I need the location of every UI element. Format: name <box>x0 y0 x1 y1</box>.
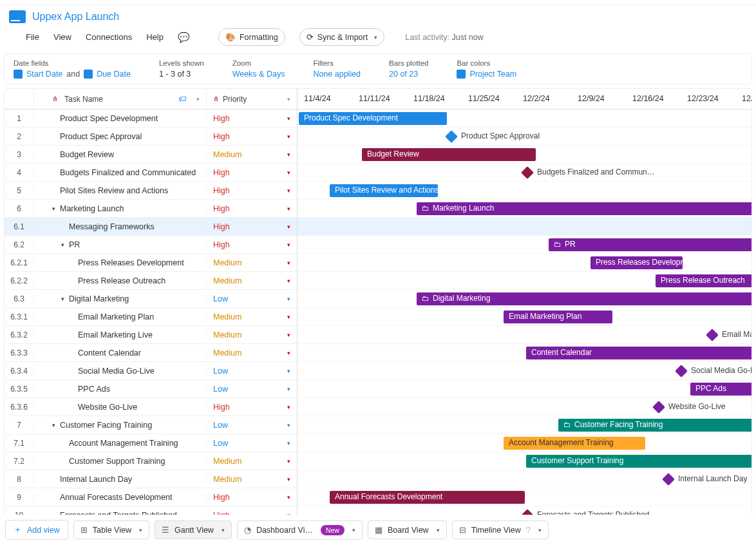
priority-cell[interactable]: High▾ <box>207 186 297 195</box>
add-view-button[interactable]: ＋ Add view <box>5 520 68 540</box>
table-row[interactable]: 7.2Customer Support TrainingMedium▾ <box>5 452 297 470</box>
filters-value[interactable]: None applied <box>313 70 361 79</box>
task-name-cell[interactable]: Email Marketing Plan <box>34 312 207 321</box>
priority-cell[interactable]: High▾ <box>207 493 297 502</box>
formatting-button[interactable]: 🎨 Formatting <box>218 28 285 46</box>
priority-cell[interactable]: Low▾ <box>207 294 297 303</box>
menu-connections[interactable]: Connections <box>86 32 132 42</box>
task-name-cell[interactable]: ▾Customer Facing Training <box>34 421 207 430</box>
expand-caret-icon[interactable]: ▾ <box>59 296 66 302</box>
chevron-down-icon[interactable]: ▾ <box>287 278 290 284</box>
table-row[interactable]: 6.1Messaging FrameworksHigh▾ <box>5 218 297 236</box>
gantt-bar[interactable]: Product Spec Development <box>299 112 447 125</box>
priority-cell[interactable]: Medium▾ <box>207 349 297 358</box>
task-name-cell[interactable]: Budget Review <box>34 150 207 159</box>
table-row[interactable]: 5Pilot Sites Review and ActionsHigh▾ <box>5 182 297 200</box>
table-row[interactable]: 6.3.2Email Marketing LiveMedium▾ <box>5 326 297 344</box>
tag-icon[interactable]: 🏷 <box>178 94 187 104</box>
chevron-down-icon[interactable]: ▾ <box>287 332 290 338</box>
priority-cell[interactable]: High▾ <box>207 222 297 231</box>
task-name-cell[interactable]: Annual Forecasts Development <box>34 493 207 502</box>
gantt-bar[interactable]: Marketing Launch <box>417 202 751 215</box>
task-name-cell[interactable]: Email Marketing Live <box>34 330 207 339</box>
task-name-cell[interactable]: ▾Digital Marketing <box>34 294 207 303</box>
gantt-bar[interactable]: Pilot Sites Review and Actions <box>330 184 438 197</box>
gantt-bar[interactable]: PPC Ads <box>690 383 751 396</box>
table-row[interactable]: 1Product Spec DevelopmentHigh▾ <box>5 110 297 128</box>
chevron-down-icon[interactable]: ▾ <box>287 115 290 122</box>
task-name-cell[interactable]: Product Spec Approval <box>34 132 207 141</box>
task-name-cell[interactable]: Budgets Finalized and Communicated <box>34 168 207 177</box>
priority-cell[interactable]: Low▾ <box>207 439 297 448</box>
chevron-down-icon[interactable]: ▾ <box>287 404 290 410</box>
task-name-cell[interactable]: Customer Support Training <box>34 457 207 466</box>
gantt-bar[interactable]: PR <box>549 238 751 251</box>
date-fields-value[interactable]: Start Date and Due Date <box>14 70 131 79</box>
chevron-down-icon[interactable]: ▾ <box>287 386 290 392</box>
task-name-header[interactable]: ⋔ Task Name 🏷 ▾ <box>34 89 207 109</box>
table-row[interactable]: 7▾Customer Facing TrainingLow▾ <box>5 416 297 434</box>
priority-cell[interactable]: High▾ <box>207 403 297 412</box>
chevron-down-icon[interactable]: ▾ <box>287 368 290 374</box>
dashboard-view-tab[interactable]: ◔ Dashboard Vi… New ▾ <box>237 521 363 540</box>
chevron-down-icon[interactable]: ▾ <box>287 96 290 102</box>
menu-file[interactable]: File <box>26 32 39 42</box>
gantt-bar[interactable]: Customer Facing Training <box>558 419 751 432</box>
sync-import-button[interactable]: ⟳ Sync & Import ▾ <box>299 28 385 46</box>
table-row[interactable]: 6.3.1Email Marketing PlanMedium▾ <box>5 308 297 326</box>
priority-cell[interactable]: Low▾ <box>207 367 297 376</box>
menu-view[interactable]: View <box>53 32 71 42</box>
chevron-down-icon[interactable]: ▾ <box>287 476 290 483</box>
chevron-down-icon[interactable]: ▾ <box>287 350 290 356</box>
gantt-bar[interactable]: Email Marketing Plan <box>504 311 612 323</box>
menu-help[interactable]: Help <box>146 32 164 42</box>
expand-caret-icon[interactable]: ▾ <box>50 206 57 212</box>
table-row[interactable]: 8Internal Launch DayMedium▾ <box>5 470 297 488</box>
table-row[interactable]: 6▾Marketing LaunchHigh▾ <box>5 200 297 218</box>
board-view-tab[interactable]: ▦ Board View ▾ <box>368 521 447 539</box>
comments-icon[interactable]: 💬 <box>178 32 190 43</box>
gantt-bar[interactable]: Customer Support Training <box>526 455 751 468</box>
task-name-cell[interactable]: ▾PR <box>34 240 207 249</box>
priority-cell[interactable]: Low▾ <box>207 385 297 394</box>
bars-value[interactable]: 20 of 23 <box>389 70 428 79</box>
priority-cell[interactable]: High▾ <box>207 132 297 141</box>
gantt-body[interactable]: Product Spec DevelopmentProduct Spec App… <box>298 110 751 524</box>
priority-cell[interactable]: Medium▾ <box>207 312 297 321</box>
table-row[interactable]: 6.3.5PPC AdsLow▾ <box>5 380 297 398</box>
task-name-cell[interactable]: Account Management Training <box>34 439 207 448</box>
priority-header[interactable]: ⋔ Priority ▾ <box>207 89 297 109</box>
colors-value[interactable]: Project Team <box>457 70 516 79</box>
priority-cell[interactable]: Medium▾ <box>207 150 297 159</box>
chevron-down-icon[interactable]: ▾ <box>196 96 200 102</box>
chevron-down-icon[interactable]: ▾ <box>287 296 290 302</box>
table-row[interactable]: 6.3.4Social Media Go-LiveLow▾ <box>5 362 297 380</box>
chevron-down-icon[interactable]: ▾ <box>287 206 290 212</box>
chevron-down-icon[interactable]: ▾ <box>287 242 290 248</box>
priority-cell[interactable]: Low▾ <box>207 421 297 430</box>
gantt-bar[interactable]: Account Management Training <box>504 437 645 450</box>
task-name-cell[interactable]: Messaging Frameworks <box>34 222 207 231</box>
table-row[interactable]: 6.3.6Website Go-LiveHigh▾ <box>5 398 297 416</box>
chevron-down-icon[interactable]: ▾ <box>287 224 290 230</box>
gantt-view-tab[interactable]: ☰ Gantt View ▾ <box>155 521 232 539</box>
expand-caret-icon[interactable]: ▾ <box>50 422 57 428</box>
priority-cell[interactable]: High▾ <box>207 168 297 177</box>
chevron-down-icon[interactable]: ▾ <box>287 260 290 266</box>
table-row[interactable]: 6.2▾PRHigh▾ <box>5 236 297 254</box>
chevron-down-icon[interactable]: ▾ <box>287 494 290 501</box>
gantt-bar[interactable]: Press Release Outreach <box>656 274 751 287</box>
task-name-cell[interactable]: Internal Launch Day <box>34 475 207 484</box>
priority-cell[interactable]: High▾ <box>207 240 297 249</box>
priority-cell[interactable]: Medium▾ <box>207 457 297 466</box>
task-name-cell[interactable]: Pilot Sites Review and Actions <box>34 186 207 195</box>
gantt-bar[interactable]: Press Releases Development <box>591 256 683 269</box>
chevron-down-icon[interactable]: ▾ <box>287 440 290 446</box>
gantt-bar[interactable]: Digital Marketing <box>417 292 751 305</box>
priority-cell[interactable]: Medium▾ <box>207 475 297 484</box>
task-name-cell[interactable]: Social Media Go-Live <box>34 367 207 376</box>
gantt-bar[interactable]: Budget Review <box>362 148 536 161</box>
chevron-down-icon[interactable]: ▾ <box>287 151 290 158</box>
table-row[interactable]: 6.3▾Digital MarketingLow▾ <box>5 290 297 308</box>
priority-cell[interactable]: Medium▾ <box>207 330 297 339</box>
